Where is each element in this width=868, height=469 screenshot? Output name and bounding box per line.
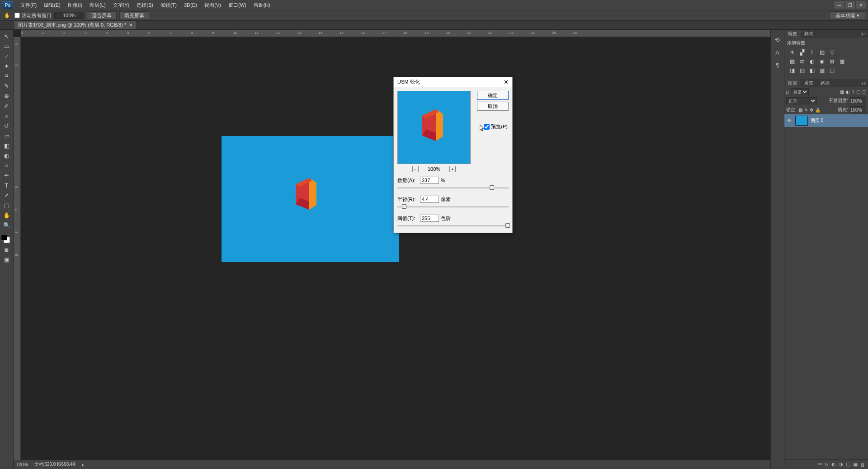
filter-adj-icon[interactable]: ◐	[846, 89, 850, 94]
exposure-icon[interactable]: ▨	[818, 49, 826, 56]
link-layers-icon[interactable]: ⚯	[818, 461, 822, 467]
layer-filter-kind[interactable]: 类型	[791, 88, 809, 95]
layer-visibility-icon[interactable]: 👁	[786, 118, 793, 123]
tab-styles[interactable]: 样式	[801, 30, 817, 38]
posterize-icon[interactable]: ▤	[798, 67, 806, 74]
lock-pixel-icon[interactable]: ✎	[804, 108, 808, 113]
canvas-area[interactable]: 0123456789101112131415161718192021222324…	[14, 30, 770, 469]
dialog-close-icon[interactable]: ✕	[504, 79, 509, 85]
pen-tool[interactable]: ✒	[1, 171, 12, 180]
zoom-out-button[interactable]: −	[412, 166, 419, 172]
zoom-tool[interactable]: 🔍	[1, 220, 12, 230]
hand-tool-icon[interactable]: ✋	[3, 13, 12, 19]
fill-screen-button[interactable]: 填充屏幕	[119, 11, 149, 20]
mixer-icon[interactable]: ⊞	[828, 58, 836, 65]
hand-tool[interactable]: ✋	[1, 211, 12, 220]
filter-shape-icon[interactable]: ▢	[856, 89, 860, 94]
clone-tool[interactable]: ⟐	[1, 111, 12, 120]
curves-icon[interactable]: ⌇	[808, 49, 816, 56]
mask-icon[interactable]: ◐	[831, 461, 836, 467]
amount-slider[interactable]	[397, 185, 509, 191]
character-panel-icon[interactable]: A	[772, 47, 783, 58]
paragraph-panel-icon[interactable]: ¶	[772, 60, 783, 70]
selective-icon[interactable]: ◫	[828, 67, 836, 74]
blur-tool[interactable]: ◐	[1, 151, 12, 160]
balance-icon[interactable]: ⚖	[798, 58, 806, 65]
tab-paths[interactable]: 路径	[817, 79, 833, 87]
blend-mode-select[interactable]: 正常	[786, 97, 817, 104]
filter-pixel-icon[interactable]: ▦	[840, 89, 844, 94]
menu-view[interactable]: 视图(V)	[201, 2, 225, 9]
gradient-map-icon[interactable]: ▥	[818, 67, 826, 74]
gradient-tool[interactable]: ◧	[1, 141, 12, 150]
photo-filter-icon[interactable]: ◉	[818, 58, 826, 65]
opacity-field[interactable]	[850, 97, 866, 104]
lookup-icon[interactable]: ▦	[838, 58, 846, 65]
new-layer-icon[interactable]: ▣	[853, 461, 858, 467]
levels-icon[interactable]: ▞	[798, 49, 806, 56]
menu-image[interactable]: 图像(I)	[64, 2, 86, 9]
fit-screen-button[interactable]: 适合屏幕	[87, 11, 117, 20]
lasso-tool[interactable]: ⟋	[1, 52, 12, 61]
threshold-field[interactable]	[420, 215, 439, 222]
menu-window[interactable]: 窗口(W)	[225, 2, 250, 9]
screen-mode-tool[interactable]: ▣	[1, 255, 12, 264]
preview-checkbox[interactable]: 预览(P)	[484, 123, 508, 130]
vibrance-icon[interactable]: ▽	[828, 49, 836, 56]
eyedropper-tool[interactable]: ✎	[1, 81, 12, 90]
amount-field[interactable]	[420, 177, 439, 184]
color-picker[interactable]	[0, 234, 11, 245]
fx-icon[interactable]: fx	[825, 462, 829, 467]
radius-slider[interactable]	[397, 204, 509, 210]
maximize-button[interactable]: ❐	[845, 1, 855, 9]
magic-wand-tool[interactable]: ✦	[1, 61, 12, 70]
filter-smart-icon[interactable]: ◫	[862, 89, 866, 94]
workspace-switcher[interactable]: 基本功能 ▾	[830, 11, 865, 20]
dialog-preview[interactable]	[397, 91, 471, 164]
filter-type-icon[interactable]: T	[852, 89, 854, 94]
eraser-tool[interactable]: ▱	[1, 131, 12, 140]
tab-channels[interactable]: 通道	[801, 79, 817, 87]
quick-mask-tool[interactable]: ◙	[1, 245, 12, 254]
adjustments-menu-icon[interactable]: ▾≡	[859, 30, 868, 38]
layers-menu-icon[interactable]: ▾≡	[859, 79, 868, 87]
healing-tool[interactable]: ⊕	[1, 91, 12, 100]
history-panel-icon[interactable]: ⟲	[772, 34, 783, 45]
path-select-tool[interactable]: ↗	[1, 191, 12, 200]
dialog-titlebar[interactable]: USM 锐化 ✕	[394, 77, 512, 87]
zoom-percent-field[interactable]: 100%	[54, 12, 84, 19]
menu-select[interactable]: 选择(S)	[133, 2, 157, 9]
threshold-slider[interactable]	[397, 223, 509, 229]
invert-icon[interactable]: ◨	[788, 67, 796, 74]
radius-field[interactable]	[420, 196, 439, 203]
brush-tool[interactable]: ✐	[1, 101, 12, 110]
crop-tool[interactable]: ⌗	[1, 71, 12, 80]
move-tool[interactable]: ↖	[1, 32, 12, 41]
threshold-icon[interactable]: ◧	[808, 67, 816, 74]
lock-all-icon[interactable]: 🔒	[815, 108, 821, 113]
dodge-tool[interactable]: ○	[1, 161, 12, 170]
menu-edit[interactable]: 编辑(E)	[40, 2, 64, 9]
cancel-button[interactable]: 取消	[477, 102, 509, 111]
menu-filter[interactable]: 滤镜(T)	[157, 2, 180, 9]
hue-icon[interactable]: ▦	[788, 58, 796, 65]
shape-tool[interactable]: ▢	[1, 201, 12, 210]
brightness-icon[interactable]: ☀	[788, 49, 796, 56]
scroll-all-windows-check[interactable]: 滚动所有窗口	[14, 12, 52, 19]
zoom-in-button[interactable]: +	[449, 166, 456, 172]
group-icon[interactable]: ▢	[846, 461, 850, 467]
document-tab[interactable]: 图片素材03_副本.png @ 100% (图层 0, RGB/8) * ✕	[14, 21, 136, 29]
type-tool[interactable]: T	[1, 181, 12, 190]
tab-layers[interactable]: 图层	[784, 79, 801, 87]
ok-button[interactable]: 确定	[477, 91, 509, 100]
document-tab-close[interactable]: ✕	[129, 23, 132, 28]
fill-field[interactable]	[850, 106, 866, 113]
menu-type[interactable]: 文字(Y)	[109, 2, 133, 9]
adjustment-layer-icon[interactable]: ◑	[839, 461, 843, 467]
layer-row[interactable]: 👁 图层 0	[784, 114, 868, 127]
menu-3d[interactable]: 3D(D)	[180, 2, 201, 8]
minimize-button[interactable]: —	[834, 1, 844, 9]
menu-help[interactable]: 帮助(H)	[250, 2, 274, 9]
history-brush-tool[interactable]: ↺	[1, 121, 12, 130]
tab-adjustments[interactable]: 调整	[784, 30, 801, 38]
